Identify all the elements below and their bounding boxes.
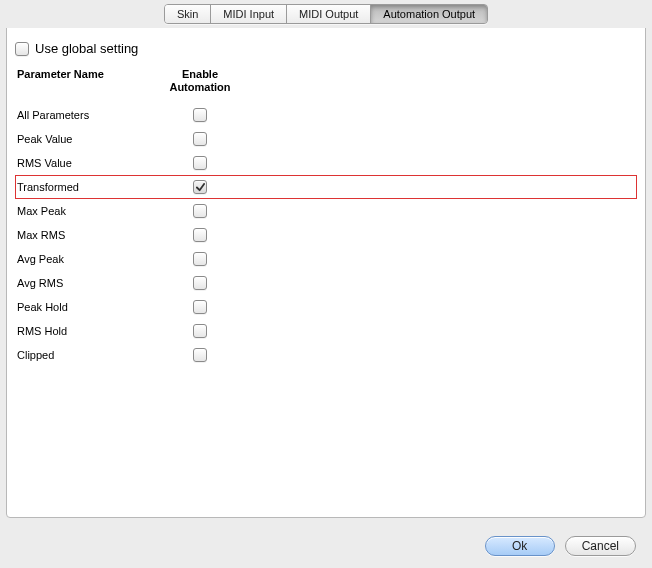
parameter-row: RMS Hold [15, 319, 637, 343]
parameter-name: Peak Hold [15, 301, 165, 313]
parameter-row: RMS Value [15, 151, 637, 175]
parameter-name: All Parameters [15, 109, 165, 121]
parameter-row: Avg RMS [15, 271, 637, 295]
parameter-row: Peak Hold [15, 295, 637, 319]
parameter-name: Clipped [15, 349, 165, 361]
tab-automation-output[interactable]: Automation Output [371, 5, 487, 23]
header-enable-automation: Enable Automation [165, 68, 235, 93]
parameter-row: Transformed [15, 175, 637, 199]
parameter-name: Avg RMS [15, 277, 165, 289]
parameter-checkbox-cell [165, 132, 235, 146]
parameter-row: Max Peak [15, 199, 637, 223]
column-headers: Parameter Name Enable Automation [15, 68, 637, 93]
enable-automation-checkbox[interactable] [193, 348, 207, 362]
dialog-footer: Ok Cancel [0, 524, 652, 568]
parameter-name: Avg Peak [15, 253, 165, 265]
parameter-checkbox-cell [165, 228, 235, 242]
parameter-name: Max RMS [15, 229, 165, 241]
parameter-checkbox-cell [165, 156, 235, 170]
enable-automation-checkbox[interactable] [193, 156, 207, 170]
enable-automation-checkbox[interactable] [193, 132, 207, 146]
parameter-name: RMS Value [15, 157, 165, 169]
header-enable-line2: Automation [165, 81, 235, 94]
enable-automation-checkbox[interactable] [193, 324, 207, 338]
tabbar: Skin MIDI Input MIDI Output Automation O… [164, 4, 488, 24]
enable-automation-checkbox[interactable] [193, 300, 207, 314]
parameter-checkbox-cell [165, 300, 235, 314]
parameter-name: Transformed [15, 181, 165, 193]
global-setting-checkbox[interactable] [15, 42, 29, 56]
ok-button[interactable]: Ok [485, 536, 555, 556]
enable-automation-checkbox[interactable] [193, 108, 207, 122]
enable-automation-checkbox[interactable] [193, 252, 207, 266]
header-enable-line1: Enable [165, 68, 235, 81]
parameter-name: Peak Value [15, 133, 165, 145]
parameter-checkbox-cell [165, 324, 235, 338]
parameter-checkbox-cell [165, 180, 235, 194]
preferences-window: Skin MIDI Input MIDI Output Automation O… [0, 0, 652, 568]
enable-automation-checkbox[interactable] [193, 180, 207, 194]
tab-skin[interactable]: Skin [165, 5, 211, 23]
parameter-rows: All ParametersPeak ValueRMS ValueTransfo… [15, 103, 637, 367]
tab-panel: Use global setting Parameter Name Enable… [6, 18, 646, 518]
parameter-row: Max RMS [15, 223, 637, 247]
global-setting-label: Use global setting [35, 41, 138, 56]
header-parameter-name: Parameter Name [15, 68, 165, 93]
tabbar-container: Skin MIDI Input MIDI Output Automation O… [0, 0, 652, 28]
tab-midi-output[interactable]: MIDI Output [287, 5, 371, 23]
parameter-checkbox-cell [165, 276, 235, 290]
global-setting-row: Use global setting [15, 41, 637, 56]
parameter-row: Clipped [15, 343, 637, 367]
parameter-row: Avg Peak [15, 247, 637, 271]
parameter-checkbox-cell [165, 252, 235, 266]
parameter-name: RMS Hold [15, 325, 165, 337]
enable-automation-checkbox[interactable] [193, 204, 207, 218]
parameter-row: Peak Value [15, 127, 637, 151]
enable-automation-checkbox[interactable] [193, 228, 207, 242]
parameter-checkbox-cell [165, 108, 235, 122]
tab-midi-input[interactable]: MIDI Input [211, 5, 287, 23]
parameter-name: Max Peak [15, 205, 165, 217]
parameter-checkbox-cell [165, 204, 235, 218]
parameter-row: All Parameters [15, 103, 637, 127]
cancel-button[interactable]: Cancel [565, 536, 636, 556]
parameter-checkbox-cell [165, 348, 235, 362]
enable-automation-checkbox[interactable] [193, 276, 207, 290]
